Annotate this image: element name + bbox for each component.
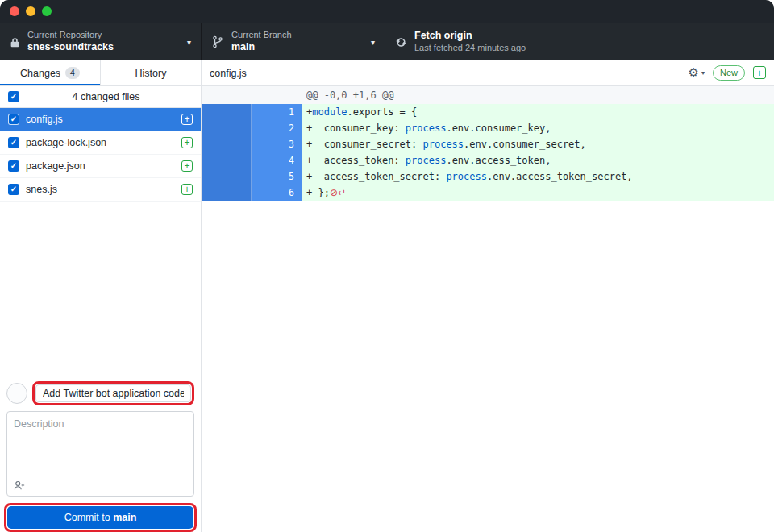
diff-line[interactable]: 5+ access_token_secret: process.env.acce… <box>202 168 774 185</box>
commit-description-box <box>6 411 194 497</box>
diff-gutter-new[interactable]: 5 <box>252 168 302 185</box>
titlebar <box>0 0 774 23</box>
diff-code: + access_token_secret: process.env.acces… <box>302 168 774 185</box>
diff-line[interactable]: 1+module.exports = { <box>202 104 774 120</box>
annotation-highlight-commit-button: Commit to main <box>4 503 197 532</box>
file-name: snes.js <box>26 184 175 195</box>
repository-name: snes-soundtracks <box>27 41 114 54</box>
minimize-button[interactable] <box>26 6 35 16</box>
add-coauthor-icon[interactable] <box>14 480 25 491</box>
app-window: Current Repository snes-soundtracks ▾ Cu… <box>0 0 774 532</box>
diff-code: + consumer_secret: process.env.consumer_… <box>302 136 774 152</box>
annotation-highlight-summary <box>32 381 194 405</box>
commit-button[interactable]: Commit to main <box>7 506 194 529</box>
chevron-down-icon: ▾ <box>364 38 375 47</box>
hunk-header: @@ -0,0 +1,6 @@ <box>202 86 774 104</box>
sidebar: Changes 4 History ✓ 4 changed files ✓con… <box>0 60 202 532</box>
fetch-subtitle: Last fetched 24 minutes ago <box>414 43 526 54</box>
branch-label: Current Branch <box>231 30 292 41</box>
diff-gutter-new[interactable]: 4 <box>252 152 302 168</box>
branch-icon <box>211 35 224 48</box>
diff-code: +module.exports = { <box>302 104 774 120</box>
file-checkbox[interactable]: ✓ <box>8 137 19 148</box>
diff-code: + };⊘↵ <box>302 185 774 201</box>
fetch-title: Fetch origin <box>414 30 526 43</box>
file-checkbox[interactable]: ✓ <box>8 114 19 125</box>
diff-gutter-old[interactable] <box>202 152 252 168</box>
chevron-down-icon: ▾ <box>701 69 705 77</box>
tab-history-label: History <box>135 68 167 79</box>
diff-code: + access_token: process.env.access_token… <box>302 152 774 168</box>
diff-gutter-new[interactable]: 3 <box>252 136 302 152</box>
file-name: package.json <box>26 160 175 172</box>
commit-summary-row <box>0 381 201 405</box>
file-row[interactable]: ✓config.js+ <box>0 108 201 131</box>
new-badge: New <box>713 65 745 80</box>
toolbar: Current Repository snes-soundtracks ▾ Cu… <box>0 23 774 60</box>
added-status-icon: + <box>181 114 193 125</box>
hunk-header-text: @@ -0,0 +1,6 @@ <box>306 89 393 101</box>
diff-gutter-new[interactable]: 1 <box>252 104 302 120</box>
diff-pane: config.js ⚙▾ New + @@ -0,0 +1,6 @@ 1+mod… <box>202 60 774 532</box>
fetch-origin-button[interactable]: Fetch origin Last fetched 24 minutes ago <box>385 23 572 60</box>
branch-selector[interactable]: Current Branch main ▾ <box>202 23 385 60</box>
select-all-checkbox[interactable]: ✓ <box>8 91 19 102</box>
added-file-icon: + <box>753 66 766 79</box>
diff-gutter-old[interactable] <box>202 104 252 120</box>
diff-gutter-old[interactable] <box>202 136 252 152</box>
tab-changes-label: Changes <box>20 68 60 79</box>
diff-file-header: config.js ⚙▾ New + <box>202 60 774 86</box>
commit-button-prefix: Commit to <box>64 512 113 523</box>
diff-code: + consumer_key: process.env.consumer_key… <box>302 120 774 136</box>
diff-line[interactable]: 2+ consumer_key: process.env.consumer_ke… <box>202 120 774 136</box>
file-checkbox[interactable]: ✓ <box>8 160 19 172</box>
tab-bar: Changes 4 History <box>0 60 201 86</box>
file-name: config.js <box>26 114 175 125</box>
diff-line[interactable]: 4+ access_token: process.env.access_toke… <box>202 152 774 168</box>
file-row[interactable]: ✓snes.js+ <box>0 178 201 202</box>
branch-name: main <box>231 41 292 54</box>
file-row[interactable]: ✓package-lock.json+ <box>0 131 201 155</box>
commit-area: Commit to main <box>0 376 201 532</box>
diff-lines: 1+module.exports = {2+ consumer_key: pro… <box>202 104 774 201</box>
diff-gutter-old[interactable] <box>202 185 252 201</box>
window-controls <box>10 6 52 16</box>
diff-header-actions: ⚙▾ New + <box>689 65 766 80</box>
gear-icon[interactable]: ⚙▾ <box>689 65 705 80</box>
sync-icon <box>395 36 407 48</box>
changes-count-badge: 4 <box>65 67 80 79</box>
diff-line[interactable]: 3+ consumer_secret: process.env.consumer… <box>202 136 774 152</box>
commit-description-input[interactable] <box>7 412 194 475</box>
diff-line[interactable]: 6+ };⊘↵ <box>202 185 774 201</box>
changed-files-count: 4 changed files <box>19 91 193 102</box>
tab-history[interactable]: History <box>101 60 201 85</box>
file-checkbox[interactable]: ✓ <box>8 184 19 195</box>
content: Changes 4 History ✓ 4 changed files ✓con… <box>0 60 774 532</box>
diff-view: @@ -0,0 +1,6 @@ 1+module.exports = {2+ c… <box>202 86 774 532</box>
diff-gutter-old[interactable] <box>202 120 252 136</box>
added-status-icon: + <box>181 184 193 195</box>
avatar <box>6 383 27 404</box>
chevron-down-icon: ▾ <box>181 38 191 47</box>
diff-gutter-new[interactable]: 2 <box>252 120 302 136</box>
repository-selector[interactable]: Current Repository snes-soundtracks ▾ <box>0 23 202 60</box>
tab-changes[interactable]: Changes 4 <box>0 60 101 85</box>
changed-files-header: ✓ 4 changed files <box>0 86 201 108</box>
repository-label: Current Repository <box>27 30 114 41</box>
file-name: package-lock.json <box>26 137 175 148</box>
zoom-button[interactable] <box>42 6 52 16</box>
file-list: ✓config.js+✓package-lock.json+✓package.j… <box>0 108 201 376</box>
diff-gutter-new[interactable]: 6 <box>252 185 302 201</box>
commit-button-branch: main <box>113 512 136 523</box>
lock-icon <box>10 37 20 48</box>
commit-summary-input[interactable] <box>35 384 191 402</box>
file-row[interactable]: ✓package.json+ <box>0 155 201 178</box>
close-button[interactable] <box>10 6 19 16</box>
added-status-icon: + <box>181 137 193 148</box>
diff-gutter-old[interactable] <box>202 168 252 185</box>
diff-file-title: config.js <box>210 68 247 79</box>
added-status-icon: + <box>181 160 193 172</box>
